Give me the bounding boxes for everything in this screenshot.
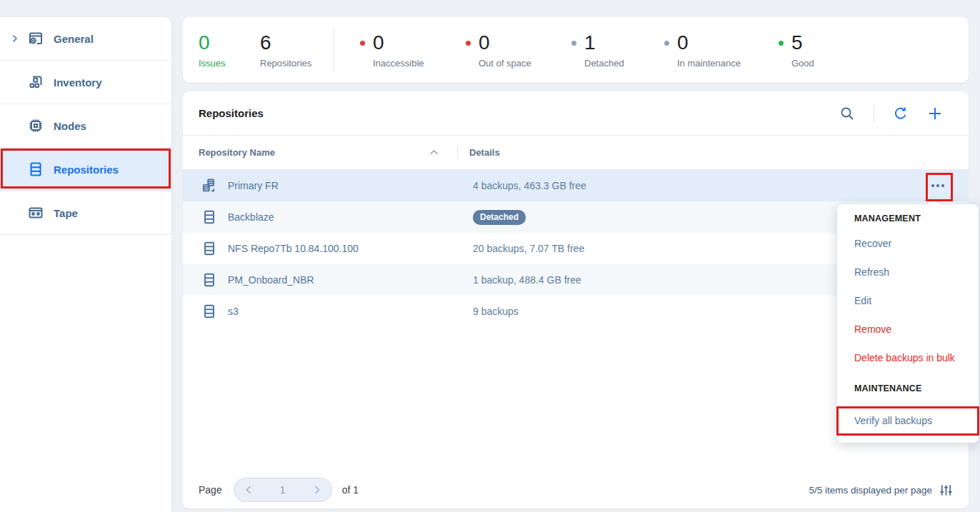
inventory-icon: [27, 74, 44, 91]
panel-title: Repositories: [199, 107, 264, 119]
sort-ascending-icon[interactable]: [429, 149, 439, 156]
sidebar-item-nodes[interactable]: Nodes: [0, 104, 171, 148]
column-header-repository-name[interactable]: Repository Name: [199, 147, 275, 158]
toolbar-divider: [874, 105, 874, 122]
next-page-icon[interactable]: [312, 485, 322, 495]
scale-out-repository-icon: [202, 179, 216, 193]
row-context-menu: MANAGEMENT Recover Refresh Edit Remove D…: [837, 204, 979, 443]
repositories-icon: [27, 161, 44, 178]
gray-status-dot: [664, 41, 669, 46]
red-status-dot: [360, 41, 365, 46]
stat-issues-label: Issues: [199, 58, 260, 69]
sidebar-item-label: General: [54, 33, 94, 45]
tape-icon: [27, 204, 44, 221]
previous-page-icon[interactable]: [244, 485, 254, 495]
summary-stats-bar: 0 Issues 6 Repositories 0 Inaccessible 0…: [183, 17, 969, 83]
repository-icon: [202, 210, 216, 224]
sidebar-item-general[interactable]: General: [0, 17, 171, 61]
page-label: Page: [199, 484, 222, 496]
panel-header: Repositories: [183, 91, 969, 136]
row-actions-menu-button[interactable]: [925, 173, 951, 199]
refresh-icon[interactable]: [893, 106, 909, 121]
chevron-right-icon[interactable]: [10, 34, 20, 44]
stat-repositories-value: 6: [260, 31, 334, 54]
table-footer: Page 1 of 1 5/5 items displayed per page: [183, 471, 969, 508]
column-header-details[interactable]: Details: [458, 147, 500, 158]
stat-issues: 0 Issues: [199, 31, 260, 69]
repository-details: 4 backups, 463.3 GB free: [473, 180, 586, 191]
stat-in-maintenance: 0 In maintenance: [664, 31, 779, 69]
stat-detached-label: Detached: [571, 58, 664, 69]
menu-item-edit[interactable]: Edit: [837, 286, 979, 315]
stat-out-of-space-label: Out of space: [466, 58, 571, 69]
menu-section-management: MANAGEMENT: [837, 204, 979, 229]
sidebar-item-label: Repositories: [54, 164, 119, 176]
repository-details: 9 backups: [473, 306, 519, 317]
stat-inaccessible-label: Inaccessible: [360, 58, 466, 69]
repository-name[interactable]: PM_Onboard_NBR: [228, 274, 473, 286]
panel-toolbar: [839, 105, 943, 122]
stat-out-of-space-value: 0: [479, 31, 490, 54]
stat-out-of-space: 0 Out of space: [466, 31, 571, 69]
repository-name[interactable]: Backblaze: [228, 211, 473, 223]
pagination-control: 1: [234, 478, 332, 502]
menu-section-maintenance: MAINTENANCE: [837, 372, 979, 405]
green-status-dot: [779, 41, 784, 46]
repository-details: 1 backup, 488.4 GB free: [473, 274, 581, 286]
stat-in-maintenance-label: In maintenance: [664, 58, 779, 69]
items-per-page-label: 5/5 items displayed per page: [809, 485, 932, 496]
stats-divider: [334, 28, 334, 72]
repository-icon: [202, 241, 216, 256]
repository-name[interactable]: Primary FR: [228, 180, 473, 191]
stat-repositories: 6 Repositories: [260, 31, 334, 69]
repository-name[interactable]: s3: [228, 306, 473, 317]
general-icon: [27, 30, 44, 47]
table-header: Repository Name Details: [183, 136, 969, 170]
gray-status-dot: [571, 41, 576, 46]
sidebar-item-tape[interactable]: Tape: [0, 191, 171, 235]
stat-in-maintenance-value: 0: [677, 31, 689, 54]
stat-detached-value: 1: [584, 31, 596, 54]
menu-item-refresh[interactable]: Refresh: [837, 258, 979, 286]
menu-item-recover[interactable]: Recover: [837, 229, 979, 258]
current-page-number[interactable]: 1: [280, 484, 286, 496]
sidebar-item-repositories[interactable]: Repositories: [0, 148, 171, 191]
stat-inaccessible-value: 0: [373, 31, 384, 54]
stat-good-label: Good: [779, 58, 850, 69]
repository-icon: [202, 304, 216, 318]
repository-name[interactable]: NFS Repo7Tb 10.84.100.100: [228, 243, 473, 254]
stat-inaccessible: 0 Inaccessible: [360, 31, 466, 69]
sidebar: General Inventory Nodes: [0, 17, 171, 512]
stat-issues-value: 0: [199, 31, 260, 54]
menu-item-delete-backups-in-bulk[interactable]: Delete backups in bulk: [837, 343, 979, 372]
stat-repositories-label: Repositories: [260, 58, 334, 69]
table-row[interactable]: Primary FR 4 backups, 463.3 GB free: [183, 170, 969, 201]
sidebar-item-inventory[interactable]: Inventory: [0, 61, 171, 104]
stat-detached: 1 Detached: [571, 31, 664, 69]
sidebar-item-label: Nodes: [54, 120, 86, 132]
nodes-icon: [27, 117, 44, 134]
menu-item-remove[interactable]: Remove: [837, 315, 979, 343]
sidebar-item-label: Inventory: [54, 76, 102, 89]
menu-item-verify-all-backups[interactable]: Verify all backups: [837, 405, 979, 436]
stat-good-value: 5: [791, 31, 803, 54]
red-status-dot: [466, 41, 471, 46]
search-icon[interactable]: [839, 106, 855, 121]
add-icon[interactable]: [927, 106, 943, 121]
sidebar-item-label: Tape: [54, 207, 78, 219]
repository-details: 20 backups, 7.07 TB free: [473, 243, 584, 254]
stat-good: 5 Good: [779, 31, 850, 69]
page-count-label: of 1: [342, 484, 359, 496]
repository-icon: [202, 273, 216, 287]
detached-status-badge: Detached: [473, 210, 526, 225]
sliders-icon[interactable]: [939, 483, 953, 497]
